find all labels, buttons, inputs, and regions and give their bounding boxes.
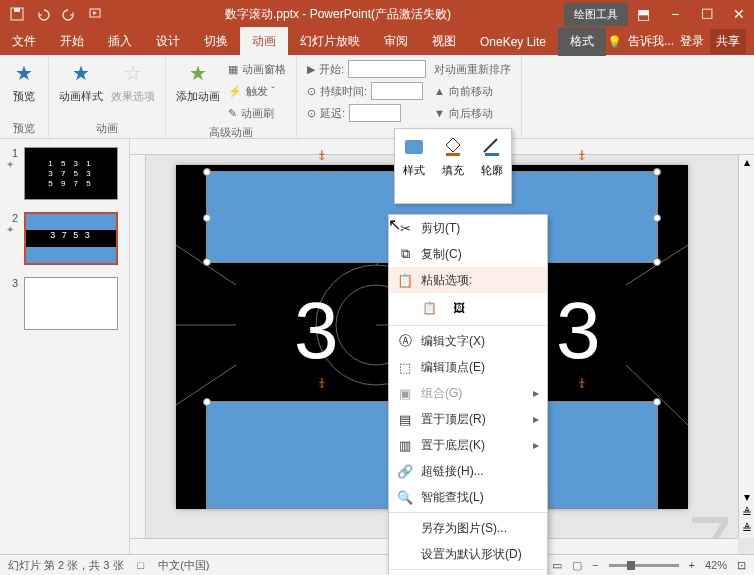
- start-dropdown[interactable]: [348, 60, 426, 78]
- undo-icon[interactable]: [34, 5, 52, 23]
- thumbnail-slide-3[interactable]: 3: [6, 277, 123, 330]
- zoom-thumb[interactable]: [627, 561, 635, 570]
- selection-handle[interactable]: [203, 214, 211, 222]
- menu-hyperlink[interactable]: 🔗超链接(H)...: [389, 458, 547, 484]
- save-icon[interactable]: [8, 5, 26, 23]
- menu-smart-lookup[interactable]: 🔍智能查找(L): [389, 484, 547, 510]
- vertical-scrollbar[interactable]: ▴ ▾ ≜ ≜: [738, 155, 754, 538]
- menu-cut[interactable]: ✂剪切(T): [389, 215, 547, 241]
- pane-icon: ▦: [228, 63, 238, 76]
- paste-use-theme-button[interactable]: 📋: [417, 296, 441, 320]
- thumbnail-image: 3 7 5 3: [24, 212, 118, 265]
- ribbon-options-icon[interactable]: ⬒: [628, 3, 658, 25]
- trigger-button[interactable]: ⚡触发 ˇ: [228, 81, 286, 101]
- paste-picture-button[interactable]: 🖼: [447, 296, 471, 320]
- zoom-slider[interactable]: [609, 564, 679, 567]
- document-title: 数字滚动.pptx - PowerPoint(产品激活失败): [112, 6, 564, 23]
- shape-outline-button[interactable]: 轮廓: [472, 129, 511, 203]
- ribbon: ★ 预览 预览 ★ 动画样式 ☆ 效果选项 动画 ★ 添加动画 ▦动画窗格: [0, 55, 754, 139]
- digit-text[interactable]: 3: [556, 285, 601, 377]
- animation-anchor-icon[interactable]: ⤈: [316, 147, 328, 163]
- outline-icon: [480, 135, 504, 159]
- slide-counter[interactable]: 幻灯片 第 2 张，共 3 张: [8, 558, 124, 573]
- tab-slideshow[interactable]: 幻灯片放映: [288, 27, 372, 56]
- reading-view-icon[interactable]: ▭: [552, 559, 562, 572]
- scroll-down-icon[interactable]: ▾: [739, 490, 754, 506]
- slideshow-view-icon[interactable]: ▢: [572, 559, 582, 572]
- thumbnail-slide-2[interactable]: 2✦ 3 7 5 3: [6, 212, 123, 265]
- tab-animation[interactable]: 动画: [240, 27, 288, 56]
- drawing-tools-tab[interactable]: 绘图工具: [564, 3, 628, 26]
- tab-design[interactable]: 设计: [144, 27, 192, 56]
- animation-anchor-icon[interactable]: ⤈: [576, 147, 588, 163]
- scroll-up-icon[interactable]: ▴: [739, 155, 754, 171]
- menu-edit-text[interactable]: Ⓐ编辑文字(X): [389, 328, 547, 354]
- menu-edit-points[interactable]: ⬚编辑顶点(E): [389, 354, 547, 380]
- shape-style-button[interactable]: 样式: [395, 129, 434, 203]
- tab-review[interactable]: 审阅: [372, 27, 420, 56]
- digit-text[interactable]: 3: [294, 285, 339, 377]
- fit-to-window-icon[interactable]: ⊡: [737, 559, 746, 572]
- maximize-icon[interactable]: ☐: [692, 3, 722, 25]
- tab-home[interactable]: 开始: [48, 27, 96, 56]
- minimize-icon[interactable]: −: [660, 3, 690, 25]
- separator: [389, 569, 547, 570]
- redo-icon[interactable]: [60, 5, 78, 23]
- animation-painter-button[interactable]: ✎动画刷: [228, 103, 286, 123]
- status-bar: 幻灯片 第 2 张，共 3 张 □ 中文(中国) ≐ 备注 💬 批注 ▣ ⊞ ▭…: [0, 554, 754, 575]
- selection-handle[interactable]: [203, 168, 211, 176]
- tell-me-input[interactable]: 告诉我...: [628, 33, 674, 50]
- animation-anchor-icon[interactable]: ⤈: [576, 375, 588, 391]
- from-beginning-icon[interactable]: [86, 5, 104, 23]
- animation-anchor-icon[interactable]: ⤈: [316, 375, 328, 391]
- menu-copy[interactable]: ⧉复制(C): [389, 241, 547, 267]
- zoom-percent[interactable]: 42%: [705, 559, 727, 571]
- tab-view[interactable]: 视图: [420, 27, 468, 56]
- selection-handle[interactable]: [653, 398, 661, 406]
- spellcheck-icon[interactable]: □: [138, 559, 145, 571]
- thumbnail-slide-1[interactable]: 1✦ 1 5 3 1 3 7 5 3 5 9 7 5: [6, 147, 123, 200]
- submenu-arrow-icon: ▸: [533, 386, 539, 400]
- zoom-out-button[interactable]: −: [592, 559, 598, 571]
- thumbnail-image: 1 5 3 1 3 7 5 3 5 9 7 5: [24, 147, 118, 200]
- lightbulb-icon: 💡: [607, 35, 622, 49]
- selection-handle[interactable]: [203, 398, 211, 406]
- reorder-label: 对动画重新排序: [434, 62, 511, 77]
- animation-pane-button[interactable]: ▦动画窗格: [228, 59, 286, 79]
- animation-indicator-icon: ✦: [6, 224, 18, 235]
- preview-button[interactable]: ★ 预览: [10, 59, 38, 104]
- delay-input[interactable]: [349, 104, 401, 122]
- tab-insert[interactable]: 插入: [96, 27, 144, 56]
- language-indicator[interactable]: 中文(中国): [158, 558, 209, 573]
- menu-send-back[interactable]: ▥置于底层(K)▸: [389, 432, 547, 458]
- duration-input[interactable]: [371, 82, 423, 100]
- zoom-in-button[interactable]: +: [689, 559, 695, 571]
- slide-thumbnails-pane[interactable]: 1✦ 1 5 3 1 3 7 5 3 5 9 7 5 2✦ 3 7 5 3 3: [0, 139, 130, 554]
- tab-format[interactable]: 格式: [558, 27, 606, 56]
- menu-group: ▣组合(G)▸: [389, 380, 547, 406]
- login-button[interactable]: 登录: [680, 33, 704, 50]
- next-slide-icon[interactable]: ≜: [739, 522, 754, 538]
- animation-styles-button[interactable]: ★ 动画样式: [59, 59, 103, 104]
- move-later-button: ▼向后移动: [434, 103, 511, 123]
- menu-save-as-picture[interactable]: 另存为图片(S)...: [389, 515, 547, 541]
- selection-handle[interactable]: [653, 168, 661, 176]
- tab-onekey[interactable]: OneKey Lite: [468, 29, 558, 55]
- menu-set-default-shape[interactable]: 设置为默认形状(D): [389, 541, 547, 567]
- svg-rect-12: [405, 140, 423, 154]
- tab-file[interactable]: 文件: [0, 27, 48, 56]
- add-animation-button[interactable]: ★ 添加动画: [176, 59, 220, 104]
- close-icon[interactable]: ✕: [724, 3, 754, 25]
- tab-transition[interactable]: 切换: [192, 27, 240, 56]
- selection-handle[interactable]: [203, 258, 211, 266]
- search-icon: 🔍: [397, 489, 413, 505]
- delay-label: ⊙: [307, 107, 316, 120]
- share-button[interactable]: 共享: [710, 29, 746, 54]
- menu-bring-front[interactable]: ▤置于顶层(R)▸: [389, 406, 547, 432]
- menu-paste-options: 📋粘贴选项:: [389, 267, 547, 293]
- up-icon: ▲: [434, 85, 445, 97]
- prev-slide-icon[interactable]: ≜: [739, 506, 754, 522]
- shape-fill-button[interactable]: 填充: [434, 129, 473, 203]
- selection-handle[interactable]: [653, 258, 661, 266]
- selection-handle[interactable]: [653, 214, 661, 222]
